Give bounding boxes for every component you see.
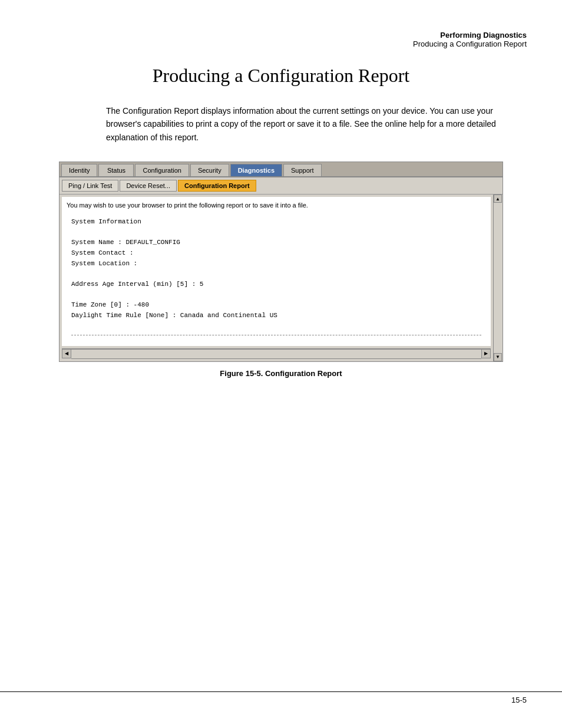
- report-line-1: System Information: [71, 217, 481, 228]
- tab-configuration[interactable]: Configuration: [135, 164, 189, 176]
- tab-support[interactable]: Support: [283, 164, 322, 176]
- scroll-left-arrow[interactable]: ◀: [62, 349, 71, 358]
- figure-caption: Figure 15-5. Configuration Report: [35, 369, 527, 378]
- scroll-down-arrow[interactable]: ▼: [494, 353, 502, 361]
- vertical-scrollbar[interactable]: ▲ ▼: [493, 195, 503, 361]
- subtab-bar: Ping / Link Test Device Reset... Configu…: [59, 177, 503, 195]
- content-note: You may wish to use your browser to prin…: [67, 202, 486, 209]
- subtab-ping-link-test[interactable]: Ping / Link Test: [62, 180, 118, 192]
- page-title: Producing a Configuration Report: [35, 65, 527, 87]
- page-container: Performing Diagnostics Producing a Confi…: [0, 0, 562, 728]
- tab-identity[interactable]: Identity: [61, 164, 97, 176]
- main-content: Producing a Configuration Report The Con…: [0, 0, 562, 378]
- report-line-5: System Location :: [71, 259, 481, 269]
- scroll-h-track: [71, 349, 481, 359]
- screenshot-container: Identity Status Configuration Security D…: [59, 162, 503, 362]
- report-line-10: Daylight Time Rule [None] : Canada and C…: [71, 311, 481, 321]
- description-text: The Configuration Report displays inform…: [106, 104, 503, 144]
- screenshot-content: You may wish to use your browser to prin…: [62, 197, 491, 346]
- header-title: Performing Diagnostics: [413, 31, 527, 39]
- tab-diagnostics[interactable]: Diagnostics: [230, 164, 282, 176]
- dashed-separator: [71, 335, 481, 335]
- scroll-right-arrow[interactable]: ▶: [481, 349, 491, 358]
- page-footer: 15-5: [0, 691, 562, 704]
- scroll-v-track: [494, 203, 503, 353]
- page-number: 15-5: [511, 696, 527, 704]
- header-section: Performing Diagnostics Producing a Confi…: [413, 31, 527, 48]
- tab-bar: Identity Status Configuration Security D…: [59, 162, 503, 177]
- subtab-configuration-report[interactable]: Configuration Report: [178, 180, 256, 192]
- screenshot-main: You may wish to use your browser to prin…: [59, 195, 493, 361]
- report-line-7: Address Age Interval (min) [5] : 5: [71, 279, 481, 290]
- report-line-8: [71, 289, 481, 300]
- report-content: System Information System Name : DEFAULT…: [67, 215, 486, 341]
- screenshot-inner: You may wish to use your browser to prin…: [59, 195, 503, 361]
- horizontal-scrollbar[interactable]: ◀ ▶: [62, 348, 491, 359]
- report-line-11: [71, 321, 481, 331]
- header-subtitle: Producing a Configuration Report: [413, 39, 527, 48]
- tab-security[interactable]: Security: [190, 164, 229, 176]
- scroll-up-arrow[interactable]: ▲: [494, 195, 502, 203]
- report-line-4: System Contact :: [71, 248, 481, 259]
- report-line-3: System Name : DEFAULT_CONFIG: [71, 238, 481, 248]
- report-line-9: Time Zone [0] : -480: [71, 300, 481, 311]
- report-line-6: [71, 269, 481, 279]
- subtab-device-reset[interactable]: Device Reset...: [120, 180, 177, 192]
- report-line-2: [71, 228, 481, 238]
- tab-status[interactable]: Status: [98, 164, 134, 176]
